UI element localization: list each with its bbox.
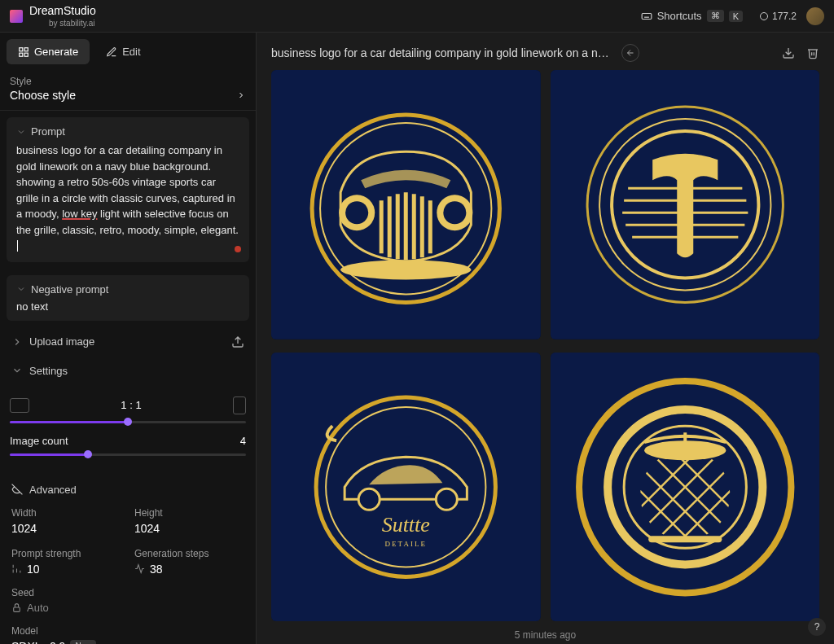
svg-rect-6 [24, 53, 28, 56]
steps-field: Generation steps 38 [134, 548, 244, 576]
svg-point-27 [340, 260, 471, 279]
style-value: Choose style [10, 89, 76, 102]
credits-value: 177.2 [772, 11, 797, 22]
credits-display[interactable]: 177.2 [759, 11, 797, 22]
image-count-value: 4 [240, 435, 246, 447]
svg-point-2 [760, 12, 767, 20]
download-icon[interactable] [782, 46, 795, 59]
edit-icon [106, 46, 117, 58]
coin-icon [759, 11, 769, 21]
user-avatar[interactable] [806, 7, 824, 25]
height-value[interactable]: 1024 [134, 522, 244, 535]
svg-rect-5 [20, 53, 23, 56]
eye-off-icon [11, 484, 23, 495]
svg-rect-0 [10, 10, 23, 23]
width-field: Width 1024 [11, 507, 121, 535]
app-title: DreamStudio [29, 4, 96, 17]
svg-point-40 [358, 488, 380, 510]
aspect-slider[interactable] [10, 421, 246, 423]
new-badge: New [70, 640, 96, 644]
svg-point-41 [436, 488, 457, 510]
height-field: Height 1024 [134, 507, 244, 535]
prompt-status-dot [235, 246, 241, 252]
settings-row[interactable]: Settings [0, 357, 256, 385]
chevron-right-icon [235, 642, 244, 645]
sidebar: Generate Edit Style Choose style Prompt [0, 33, 257, 644]
prompt-label: Prompt [31, 125, 65, 138]
aspect-portrait-icon[interactable] [233, 396, 246, 414]
strength-field: Prompt strength 10 [11, 548, 121, 576]
svg-text:Suttte: Suttte [382, 513, 430, 537]
generation-timestamp: 5 minutes ago [257, 624, 834, 644]
svg-rect-3 [20, 47, 23, 50]
strength-value[interactable]: 10 [11, 563, 121, 576]
seed-field: Seed Auto [0, 584, 256, 622]
main-canvas: business logo for a car detailing compan… [257, 33, 834, 644]
image-count-label: Image count [10, 435, 68, 447]
svg-rect-59 [648, 536, 722, 542]
svg-text:DETAILE: DETAILE [385, 540, 427, 548]
tab-edit[interactable]: Edit [94, 39, 151, 64]
steps-value[interactable]: 38 [134, 563, 244, 576]
app-byline: by stability.ai [49, 19, 96, 28]
chevron-right-icon [11, 336, 23, 348]
chevron-down-icon [11, 365, 23, 376]
shortcuts-button[interactable]: Shortcuts ⌘ K [634, 7, 749, 25]
back-button[interactable] [621, 44, 639, 62]
advanced-label: Advanced [29, 484, 77, 496]
shortcut-key-cmd: ⌘ [707, 10, 724, 22]
generation-title: business logo for a car detailing compan… [271, 46, 613, 59]
image-count-slider[interactable] [10, 453, 246, 456]
aspect-ratio-value: 1 : 1 [121, 399, 141, 411]
app-logo: DreamStudio by stability.ai [10, 4, 96, 28]
negative-label: Negative prompt [31, 283, 108, 296]
help-button[interactable]: ? [808, 618, 826, 636]
model-field: Model SDXL v0.9 New [0, 622, 256, 645]
style-selector[interactable]: Choose style [10, 89, 246, 102]
prompt-panel: Prompt business logo for a car detailing… [7, 117, 249, 262]
settings-label: Settings [29, 365, 68, 377]
keyboard-icon [641, 11, 652, 22]
app-header: DreamStudio by stability.ai Shortcuts ⌘ … [0, 0, 834, 33]
chevron-right-icon [236, 90, 246, 100]
seed-value[interactable]: Auto [11, 602, 244, 614]
result-image-2[interactable] [551, 70, 820, 340]
tab-generate[interactable]: Generate [7, 39, 90, 64]
prompt-textarea[interactable]: business logo for a car detailing compan… [16, 142, 239, 254]
arrow-left-icon [626, 48, 635, 58]
shortcut-key-k: K [729, 11, 743, 22]
activity-icon [134, 563, 145, 574]
trash-icon[interactable] [806, 46, 819, 59]
upload-icon[interactable] [231, 335, 244, 348]
result-image-1[interactable] [271, 70, 541, 340]
shortcuts-label: Shortcuts [657, 10, 702, 22]
lock-icon [11, 602, 22, 613]
sliders-icon [11, 563, 22, 574]
model-selector[interactable]: SDXL v0.9 New [11, 640, 244, 645]
result-image-3[interactable]: Suttte DETAILE [271, 353, 541, 622]
upload-image-row[interactable]: Upload image [0, 327, 256, 357]
svg-rect-4 [24, 47, 28, 50]
chevron-down-icon [16, 284, 26, 294]
dreamstudio-logo-icon [10, 10, 23, 23]
width-value[interactable]: 1024 [11, 522, 121, 535]
negative-textarea[interactable]: no text [16, 300, 239, 313]
svg-rect-11 [14, 607, 20, 611]
chevron-down-icon [16, 127, 26, 137]
svg-point-26 [443, 201, 466, 224]
style-label: Style [10, 76, 246, 87]
svg-rect-1 [642, 13, 652, 19]
result-image-4[interactable] [551, 353, 820, 622]
upload-label: Upload image [29, 335, 94, 348]
tab-edit-label: Edit [122, 46, 140, 58]
svg-point-24 [345, 201, 368, 224]
tab-generate-label: Generate [34, 46, 78, 58]
grid-icon [18, 46, 29, 58]
negative-prompt-panel: Negative prompt no text [7, 275, 249, 321]
advanced-row[interactable]: Advanced [0, 475, 256, 504]
aspect-landscape-icon[interactable] [10, 398, 29, 413]
